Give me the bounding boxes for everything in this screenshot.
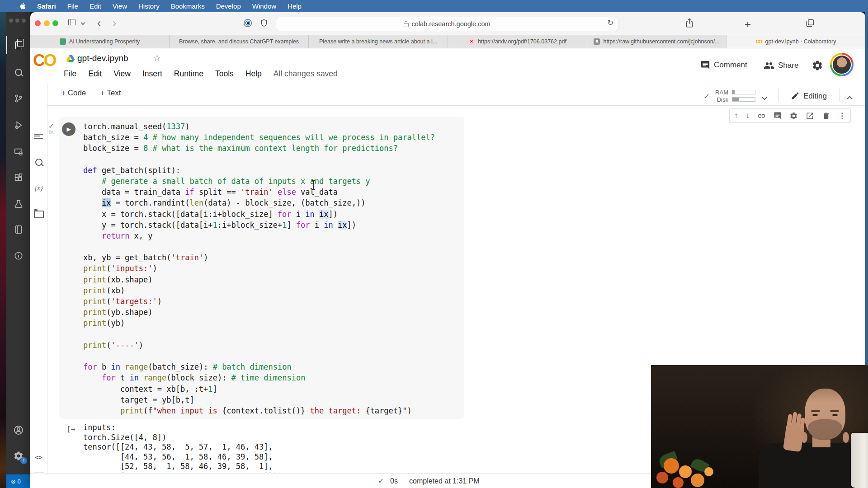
move-cell-up-icon[interactable]: ↑ xyxy=(734,111,738,120)
menu-insert[interactable]: Insert xyxy=(142,69,162,79)
menubar-edit[interactable]: Edit xyxy=(90,2,101,10)
code-line[interactable]: print('targets:') xyxy=(83,296,463,307)
add-code-button[interactable]: + Code xyxy=(61,89,86,98)
menu-tools[interactable]: Tools xyxy=(215,69,234,79)
delete-cell-icon[interactable] xyxy=(822,112,830,120)
vscode-traffic-light[interactable] xyxy=(22,19,26,23)
code-editor-content[interactable]: torch.manual_seed(1337)batch_size = 4 # … xyxy=(83,121,463,416)
code-line[interactable]: print(xb.shape) xyxy=(83,274,463,285)
editing-mode-button[interactable]: Editing xyxy=(803,92,827,101)
forward-button[interactable]: › xyxy=(113,17,116,29)
resources-dropdown-icon[interactable] xyxy=(763,93,766,101)
sidebar-chevron-icon[interactable] xyxy=(81,21,85,24)
code-line[interactable]: def get_batch(split): xyxy=(83,165,463,176)
code-line[interactable]: y = torch.stack([data[i+1:i+block_size+1… xyxy=(83,220,463,230)
vscode-remote-explorer-icon[interactable] xyxy=(6,143,30,161)
vscode-info-icon[interactable] xyxy=(6,247,30,265)
ram-usage-bar[interactable] xyxy=(732,90,755,94)
minimize-window-button[interactable] xyxy=(44,20,50,26)
code-line[interactable]: x = torch.stack([data[i:i+block_size] fo… xyxy=(83,209,463,220)
add-comment-icon[interactable] xyxy=(774,112,782,120)
vscode-traffic-light[interactable] xyxy=(9,19,13,23)
code-line[interactable] xyxy=(83,329,463,340)
find-replace-icon[interactable] xyxy=(30,154,47,170)
code-line[interactable]: batch_size = 4 # how many independent se… xyxy=(83,132,463,143)
vscode-account-icon[interactable] xyxy=(6,421,30,439)
avatar[interactable] xyxy=(830,53,854,76)
add-text-button[interactable]: + Text xyxy=(100,89,121,98)
code-line[interactable]: print('----') xyxy=(83,340,463,351)
code-line[interactable]: print('inputs:') xyxy=(83,263,463,274)
vscode-explorer-icon[interactable] xyxy=(6,36,30,54)
code-line[interactable]: print(yb.shape) xyxy=(83,307,463,318)
menu-view[interactable]: View xyxy=(113,69,131,79)
move-cell-down-icon[interactable]: ↓ xyxy=(746,111,750,120)
cell-settings-gear-icon[interactable] xyxy=(789,112,798,120)
link-to-cell-icon[interactable] xyxy=(757,112,766,120)
code-line[interactable]: print(f"when input is {context.tolist()}… xyxy=(83,405,463,416)
tab-gpt-dev-colab[interactable]: COgpt-dev.ipynb - Colaboratory xyxy=(726,35,865,48)
menubar-help[interactable]: Help xyxy=(288,2,302,10)
star-icon[interactable]: ☆ xyxy=(153,53,161,63)
vscode-testing-icon[interactable] xyxy=(6,195,30,213)
code-line[interactable] xyxy=(83,351,463,361)
zoom-window-button[interactable] xyxy=(52,20,58,26)
code-line[interactable]: torch.manual_seed(1337) xyxy=(83,121,463,132)
privacy-report-icon[interactable] xyxy=(243,18,253,28)
code-line[interactable]: for t in range(block_size): # time dimen… xyxy=(83,372,463,383)
code-line[interactable]: data = train_data if split == 'train' el… xyxy=(83,187,463,197)
notebook-title[interactable]: gpt-dev.ipynb xyxy=(77,53,128,63)
collapse-toolbar-icon[interactable] xyxy=(848,94,852,103)
code-snippets-icon[interactable]: <> xyxy=(30,449,47,465)
code-line[interactable]: print(yb) xyxy=(83,318,463,328)
menu-edit[interactable]: Edit xyxy=(88,69,102,79)
code-line[interactable] xyxy=(83,154,463,165)
close-window-button[interactable] xyxy=(35,20,41,26)
menubar-window[interactable]: Window xyxy=(252,2,276,10)
address-bar[interactable]: colab.research.google.com ↻ xyxy=(276,17,618,31)
shield-icon[interactable] xyxy=(260,18,268,28)
menubar-file[interactable]: File xyxy=(67,2,78,10)
code-line[interactable]: block_size = 8 # what is the maximum con… xyxy=(83,143,463,154)
vscode-traffic-light[interactable] xyxy=(15,19,19,23)
code-line[interactable]: # generate a small batch of data of inpu… xyxy=(83,176,463,187)
cell-output[interactable]: inputs:torch.Size([4, 8])tensor([[24, 43… xyxy=(83,423,278,481)
vscode-source-control-icon[interactable] xyxy=(6,89,30,108)
vscode-extensions-icon[interactable] xyxy=(6,169,30,187)
run-cell-button[interactable]: ▶ xyxy=(62,122,75,136)
tab-breaking-news-article[interactable]: Please write a breaking news article abo… xyxy=(309,35,448,48)
menu-file[interactable]: File xyxy=(64,69,76,79)
code-line[interactable]: context = xb[b, :t+1] xyxy=(83,384,463,394)
comment-button[interactable]: Comment xyxy=(700,60,747,70)
menubar-history[interactable]: History xyxy=(138,2,160,10)
settings-gear-icon[interactable] xyxy=(811,60,823,71)
menu-help[interactable]: Help xyxy=(245,69,262,79)
share-icon[interactable] xyxy=(685,18,694,28)
menubar-safari[interactable]: Safari xyxy=(37,2,56,10)
share-button[interactable]: Share xyxy=(764,60,798,71)
table-of-contents-icon[interactable] xyxy=(30,128,47,144)
tab-ai-understanding-prosperity[interactable]: AI Understanding Prosperity xyxy=(30,35,170,48)
tab-arxiv-pdf[interactable]: ✕https://arxiv.org/pdf/1706.03762.pdf xyxy=(448,35,587,48)
code-line[interactable]: ix = torch.randint(len(data) - block_siz… xyxy=(83,197,463,208)
more-cell-actions-icon[interactable]: ⋮ xyxy=(838,111,846,121)
code-line[interactable]: target = yb[b,t] xyxy=(83,394,463,405)
code-line[interactable]: return x, y xyxy=(83,230,463,241)
autosave-status[interactable]: All changes saved xyxy=(274,69,338,79)
menu-runtime[interactable]: Runtime xyxy=(174,69,203,79)
code-line[interactable] xyxy=(83,241,463,252)
new-tab-icon[interactable]: + xyxy=(745,18,751,31)
vscode-run-debug-icon[interactable] xyxy=(6,116,30,134)
menubar-develop[interactable]: Develop xyxy=(216,2,241,10)
vscode-search-icon[interactable] xyxy=(6,63,30,81)
menubar-bookmarks[interactable]: Bookmarks xyxy=(171,2,205,10)
code-line[interactable]: xb, yb = get_batch('train') xyxy=(83,252,463,263)
variables-icon[interactable]: {x} xyxy=(30,180,47,196)
code-line[interactable]: for b in range(batch_size): # batch dime… xyxy=(83,361,463,372)
sidebar-toggle-icon[interactable] xyxy=(68,19,75,25)
menubar-view[interactable]: View xyxy=(113,2,127,10)
back-button[interactable]: ‹ xyxy=(97,17,101,29)
vscode-notebook-icon[interactable] xyxy=(6,221,30,239)
tab-raw-githubusercontent[interactable]: Rhttps://raw.githubusercontent.com/jcjoh… xyxy=(587,35,726,48)
reload-icon[interactable]: ↻ xyxy=(608,19,613,27)
